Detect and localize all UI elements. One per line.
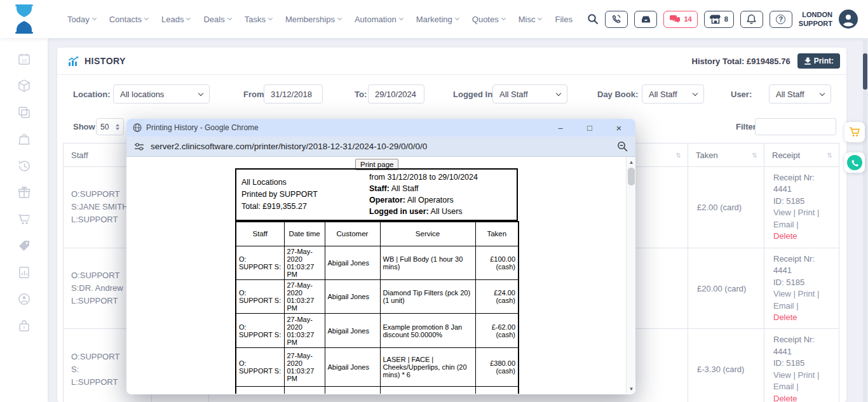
popup-title: Printing History - Google Chrome [146, 123, 259, 132]
nav-files[interactable]: Files [555, 15, 572, 24]
email-link[interactable]: Email [773, 220, 794, 229]
chat-button[interactable]: 14 [663, 11, 697, 28]
nav-quotes[interactable]: Quotes [472, 15, 505, 24]
help-button[interactable]: ? [770, 11, 792, 28]
location-select[interactable]: All locations [113, 84, 210, 104]
delete-link[interactable]: Delete [773, 393, 834, 402]
nav-today[interactable]: Today [67, 15, 96, 24]
nav-leads[interactable]: Leads [161, 15, 190, 24]
history-header: HISTORY History Total: £919485.76 Print: [57, 48, 846, 75]
history-icon[interactable] [17, 159, 31, 173]
maximize-icon[interactable]: □ [585, 124, 595, 132]
scroll-up-icon[interactable]: ▲ [627, 157, 635, 166]
show-entries-select[interactable]: 50 [96, 118, 124, 135]
store-icon [710, 14, 721, 24]
popup-scrollbar-thumb[interactable] [628, 168, 635, 185]
doc-location: All Locations [241, 177, 364, 189]
shopping-bag-icon[interactable] [17, 132, 31, 146]
view-link[interactable]: View [773, 208, 791, 217]
nav-tasks[interactable]: Tasks [245, 15, 272, 24]
calendar-icon[interactable]: 12 [17, 52, 31, 66]
popup-titlebar[interactable]: Printing History - Google Chrome – □ × [126, 119, 635, 137]
inbox-button[interactable] [634, 11, 657, 28]
phone-button[interactable] [605, 11, 628, 28]
column-header-taken: Taken⇅ [688, 144, 764, 167]
print-preview-table: Staff Date time Customer Service Taken O… [235, 221, 519, 394]
chevron-down-icon [693, 90, 698, 95]
store-button[interactable]: 8 [704, 11, 734, 28]
print-row: O: SUPPORT27-May-2020 Abigail JonesLASER… [236, 387, 519, 394]
popup-scrollbar[interactable]: ▲ ▼ [626, 157, 635, 394]
sort-icon[interactable]: ⇅ [676, 152, 681, 159]
nav-marketing[interactable]: Marketing [416, 15, 459, 24]
print-link[interactable]: Print [798, 370, 815, 380]
gift-icon[interactable] [17, 185, 31, 199]
search-icon[interactable] [587, 13, 599, 25]
nav-deals[interactable]: Deals [203, 15, 231, 24]
taken-cell: £2.00 (card) [688, 167, 764, 248]
from-date-input[interactable] [264, 84, 323, 104]
download-icon [804, 57, 811, 65]
doc-date-range: from 31/12/2018 to 29/10/2024 [369, 171, 513, 183]
print-preview-document: All Locations Printed by SUPPORT Total: … [235, 168, 518, 394]
chevron-down-icon [399, 16, 403, 20]
filter-input[interactable] [755, 118, 836, 135]
lock-icon[interactable] [17, 319, 31, 333]
chevron-down-icon [337, 16, 342, 20]
email-link[interactable]: Email [773, 382, 794, 391]
user-avatar[interactable] [839, 10, 858, 29]
account-clock-icon[interactable] [17, 292, 31, 306]
help-icon: ? [776, 15, 785, 24]
delete-link[interactable]: Delete [773, 231, 834, 242]
cart-icon[interactable] [17, 212, 31, 226]
minimize-icon[interactable]: – [555, 124, 566, 132]
phone-fab-button[interactable] [844, 152, 865, 173]
popup-content: Print page All Locations Printed by SUPP… [126, 157, 635, 394]
site-settings-icon[interactable] [134, 142, 144, 151]
report-icon[interactable] [17, 265, 31, 279]
left-sidebar: 12 [0, 38, 48, 402]
popup-url[interactable]: server2.clinicsoftware.com/printer/histo… [151, 142, 427, 151]
tag-icon[interactable] [17, 239, 31, 253]
scrollbar-thumb[interactable] [863, 53, 867, 90]
view-link[interactable]: View [773, 289, 791, 298]
sort-icon[interactable]: ⇅ [752, 152, 757, 159]
taken-cell: £-3.30 (card) [688, 329, 764, 402]
print-link[interactable]: Print [798, 208, 815, 217]
nav-contacts[interactable]: Contacts [109, 15, 148, 24]
window-controls: – □ × [555, 123, 629, 133]
nav-memberships[interactable]: Memberships [285, 15, 341, 24]
package-icon[interactable] [17, 79, 31, 93]
clinicsoftware-logo[interactable] [11, 4, 37, 34]
logged-in-select[interactable]: All Staff [492, 84, 567, 104]
delete-link[interactable]: Delete [773, 312, 834, 323]
view-link[interactable]: View [773, 370, 791, 380]
nav-automation[interactable]: Automation [355, 15, 403, 24]
chat-count-badge: 14 [684, 15, 691, 23]
copy-icon[interactable] [17, 105, 31, 119]
page-scrollbar[interactable] [863, 38, 867, 402]
print-button[interactable]: Print: [797, 53, 840, 69]
print-link[interactable]: Print [798, 289, 815, 298]
scroll-down-icon[interactable]: ▼ [627, 384, 635, 393]
cart-fab-button[interactable] [844, 122, 865, 142]
doc-printed-by: Printed by SUPPORT [241, 189, 364, 201]
zoom-out-icon[interactable] [617, 141, 628, 152]
chevron-down-icon [501, 16, 506, 20]
popup-urlbar[interactable]: server2.clinicsoftware.com/printer/histo… [126, 137, 635, 157]
print-row: O: SUPPORT S:27-May-2020 01:03:27 PM Abi… [236, 246, 519, 280]
notifications-button[interactable] [740, 11, 763, 28]
email-link[interactable]: Email [773, 301, 794, 311]
day-book-select[interactable]: All Staff [642, 84, 704, 104]
user-select[interactable]: All Staff [769, 84, 831, 104]
nav-misc[interactable]: Misc [519, 15, 542, 24]
close-icon[interactable]: × [614, 123, 624, 133]
history-total: History Total: £919485.76 [692, 57, 790, 66]
svg-text:12: 12 [22, 58, 27, 63]
logged-in-label: Logged In: [453, 90, 495, 100]
column-header-receipt: Receipt⇅ [764, 144, 839, 167]
sort-icon[interactable]: ⇅ [827, 152, 832, 159]
chevron-down-icon [820, 90, 825, 95]
current-user-name: LONDON SUPPORT [799, 10, 832, 29]
to-date-input[interactable] [368, 84, 424, 104]
